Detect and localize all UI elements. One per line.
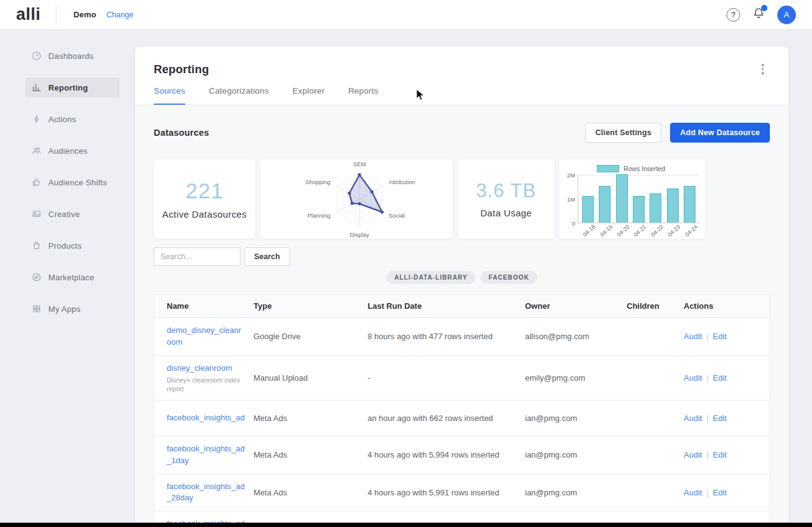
radar-axis-label: Attribution [389,179,415,185]
datasource-name-link[interactable]: facebook_insights_ad_1day [167,443,245,467]
help-icon[interactable]: ? [726,8,740,22]
datasource-last-run: - [368,373,525,383]
radar-vertex [358,173,361,176]
x-tick-label: 04-21 [633,226,650,243]
client-name: Demo [74,10,97,19]
sidebar-item-marketplace[interactable]: Marketplace [25,267,120,287]
datasource-type: Meta Ads [254,450,368,459]
tab-explorer[interactable]: Explorer [293,86,325,105]
compass-icon [32,272,42,282]
sidebar-item-label: Audience Shifts [48,178,107,187]
radar-axis-label: Shopping [306,179,330,185]
audit-link[interactable]: Audit [684,332,702,341]
more-options-button[interactable] [759,61,767,77]
x-tick-label: 04-20 [616,226,633,243]
search-button[interactable]: Search [244,247,290,266]
datasource-name-link[interactable]: facebook_insights_ad_28day [167,481,245,505]
search-input[interactable] [154,247,241,266]
tab-reports[interactable]: Reports [348,86,379,105]
edit-link[interactable]: Edit [713,332,726,341]
sidebar-item-label: Marketplace [48,273,94,282]
notification-dot [761,5,767,11]
radar-vertex [350,202,353,205]
edit-link[interactable]: Edit [713,450,726,459]
bar [667,188,679,223]
datasource-type: Meta Ads [254,414,368,423]
reporting-icon [32,82,42,92]
audit-link[interactable]: Audit [684,414,702,423]
audit-link[interactable]: Audit [684,488,702,497]
filter-chip-alli-data-library[interactable]: ALLI-DATA-LIBRARY [386,271,475,284]
shopping-bag-icon [32,241,42,250]
sidebar-item-audiences[interactable]: Audiences [25,141,120,161]
table-header: Name Type Last Run Date Owner Children A… [154,294,769,318]
radar-vertex [370,190,373,193]
legend-swatch [597,165,619,172]
stat-cards-row: 221 Active Datasources SEMAttributionSoc… [154,159,770,239]
rows-inserted-card: Rows Inserted 01M2M 04-1804-1904-2004-21… [559,159,705,239]
column-header-owner: Owner [525,301,627,311]
audit-link[interactable]: Audit [684,450,702,459]
sidebar-item-audience-shifts[interactable]: Audience Shifts [25,172,120,192]
action-separator: | [707,488,708,497]
edit-link[interactable]: Edit [713,414,726,423]
x-tick-label: 04-18 [582,226,599,243]
audiences-icon [32,146,42,156]
action-separator: | [707,373,708,383]
edit-link[interactable]: Edit [713,488,726,497]
bar [650,193,661,223]
tab-sources[interactable]: Sources [154,86,185,105]
datasource-last-run: an hour ago with 662 rows inserted [368,414,525,423]
audit-link[interactable]: Audit [684,373,702,383]
add-new-datasource-button[interactable]: Add New Datasource [670,123,770,143]
data-usage-card: 3.6 TB Data Usage [458,159,554,239]
datasource-owner: ian@pmg.com [525,488,627,497]
x-tick-label: 04-24 [684,226,701,243]
edit-link[interactable]: Edit [713,373,726,383]
y-tick-label: 0 [572,220,575,227]
filter-chip-facebook[interactable]: FACEBOOK [480,271,537,284]
sidebar-item-actions[interactable]: Actions [25,109,120,129]
bar [582,196,594,223]
datasource-description: Disney+ cleanroom index report [167,376,245,393]
tab-categorizations[interactable]: Categorizations [209,86,269,105]
bar-chart-legend: Rows Inserted [563,165,699,172]
client-settings-button[interactable]: Client Settings [585,123,661,143]
radar-vertex [358,202,361,205]
panel-header: Reporting Sources Categorizations Explor… [135,46,788,105]
sidebar-item-creative[interactable]: Creative [25,204,120,224]
sidebar-item-my-apps[interactable]: My Apps [25,299,120,319]
sidebar-item-dashboards[interactable]: Dashboards [25,46,120,66]
datasource-last-run: 4 hours ago with 5,994 rows inserted [368,450,525,459]
table-row: demo_disney_cleanroom Google Drive 8 hou… [154,318,769,356]
bar-chart-plot [578,175,699,223]
alli-logo: alli [16,5,41,24]
sidebar-item-label: My Apps [48,304,81,314]
sidebar-item-reporting[interactable]: Reporting [25,78,120,97]
datasource-owner: emily@pmg.com [525,373,627,383]
thumbs-up-icon [32,177,42,187]
datasource-name-link[interactable]: facebook_insights_ad [167,412,245,424]
page-title: Reporting [154,63,209,76]
x-tick-label: 04-23 [667,226,684,243]
datasource-name-link[interactable]: demo_disney_cleanroom [167,325,245,348]
actions-icon [32,114,42,124]
bar-chart-x-labels: 04-1804-1904-2004-2104-2204-2304-24 [578,223,699,236]
datasource-last-run: 8 hours ago with 477 rows inserted [368,332,525,341]
sidebar-item-label: Reporting [48,83,88,92]
search-row: Search [154,247,770,266]
radar-axis-label: Social [389,212,405,219]
datasource-type: Meta Ads [254,488,368,497]
sidebar-item-products[interactable]: Products [25,236,120,255]
datasources-heading: Datasources [154,128,209,138]
notifications-button[interactable] [752,7,765,22]
active-datasources-card: 221 Active Datasources [154,159,255,239]
datasource-name-link[interactable]: disney_cleanroom [167,363,232,374]
bar-chart-y-axis: 01M2M [563,175,578,223]
main-panel: Reporting Sources Categorizations Explor… [135,46,788,527]
avatar[interactable]: A [777,6,796,24]
sidebar-item-label: Products [48,241,82,250]
radar-vertex [348,192,351,195]
change-client-link[interactable]: Change [106,11,133,19]
category-radar-card: SEMAttributionSocialDisplayPlanningShopp… [260,159,453,239]
